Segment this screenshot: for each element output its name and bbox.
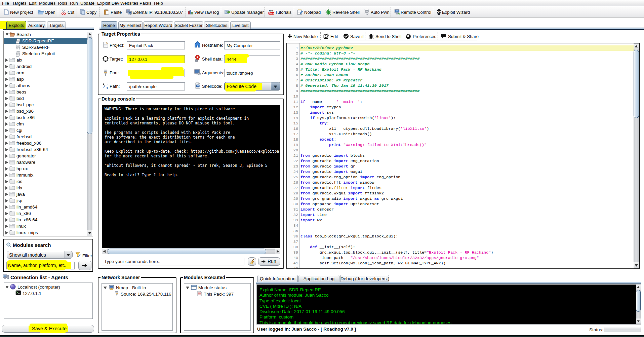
svg-text:Tube: Tube — [269, 12, 274, 14]
svg-text:You: You — [269, 9, 273, 12]
